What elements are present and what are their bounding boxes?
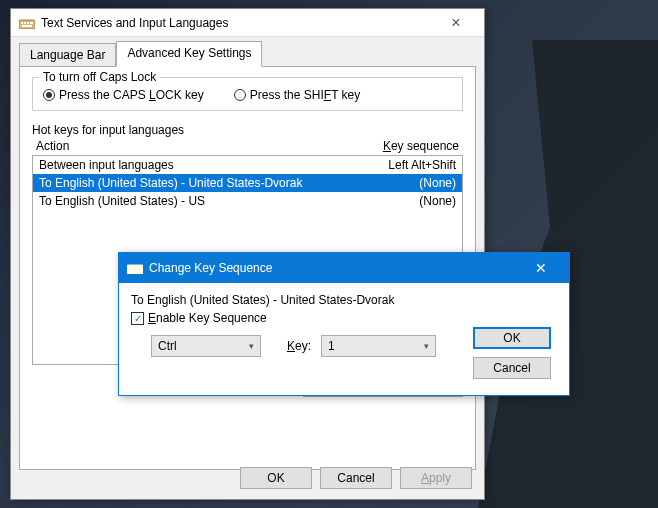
titlebar[interactable]: Text Services and Input Languages × [11,9,484,37]
list-item-key: Left Alt+Shift [346,158,456,172]
svg-rect-2 [24,22,26,24]
svg-rect-1 [21,22,23,24]
radio-shift-label: Press the SHIFT key [250,88,361,102]
svg-rect-11 [130,270,140,272]
key-combo-label: Key: [287,339,311,353]
tab-language-bar[interactable]: Language Bar [19,43,116,67]
radio-icon [234,89,246,101]
svg-rect-7 [129,267,131,269]
chevron-down-icon: ▾ [424,341,429,351]
radio-caps-lock[interactable]: Press the CAPS LOCK key [43,88,204,102]
svg-rect-0 [19,20,35,29]
header-action: Action [36,139,339,153]
modal-titlebar[interactable]: Change Key Sequence ✕ [119,253,569,283]
key-combo[interactable]: 1 ▾ [321,335,436,357]
list-item[interactable]: Between input languages Left Alt+Shift [33,156,462,174]
change-key-sequence-dialog: Change Key Sequence ✕ To English (United… [118,252,570,396]
svg-rect-10 [138,267,141,269]
modifier-value: Ctrl [158,339,177,353]
svg-rect-3 [27,22,29,24]
svg-rect-8 [132,267,134,269]
list-item-key: (None) [346,176,456,190]
close-icon[interactable]: ✕ [521,260,561,276]
enable-key-sequence-label: Enable Key Sequence [148,311,267,325]
tab-advanced-key-settings[interactable]: Advanced Key Settings [116,41,262,67]
list-item-action: Between input languages [39,158,346,172]
header-key-sequence: Key sequence [339,139,459,153]
modifier-combo[interactable]: Ctrl ▾ [151,335,261,357]
radio-caps-lock-label: Press the CAPS LOCK key [59,88,204,102]
window-title: Text Services and Input Languages [41,16,436,30]
list-item-action: To English (United States) - United Stat… [39,176,346,190]
list-item[interactable]: To English (United States) - US (None) [33,192,462,210]
radio-shift[interactable]: Press the SHIFT key [234,88,361,102]
svg-rect-6 [127,265,143,274]
dialog-buttons: OK Cancel Apply [240,467,472,489]
svg-rect-9 [135,267,137,269]
cancel-button[interactable]: Cancel [320,467,392,489]
keyboard-icon [19,15,35,31]
list-header: Action Key sequence [32,139,463,155]
modal-title: Change Key Sequence [149,261,521,275]
caps-lock-legend: To turn off Caps Lock [39,70,160,84]
ok-button[interactable]: OK [473,327,551,349]
caps-lock-group: To turn off Caps Lock Press the CAPS LOC… [32,77,463,111]
list-item-key: (None) [346,194,456,208]
cancel-button[interactable]: Cancel [473,357,551,379]
svg-rect-5 [22,25,32,27]
list-item[interactable]: To English (United States) - United Stat… [33,174,462,192]
apply-button: Apply [400,467,472,489]
list-item-action: To English (United States) - US [39,194,346,208]
svg-rect-4 [30,22,33,24]
ok-button[interactable]: OK [240,467,312,489]
hotkeys-label: Hot keys for input languages [32,123,463,137]
key-value: 1 [328,339,335,353]
close-icon[interactable]: × [436,14,476,32]
radio-icon [43,89,55,101]
enable-key-sequence-checkbox[interactable]: ✓ Enable Key Sequence [131,311,467,325]
checkbox-icon: ✓ [131,312,144,325]
modal-target-label: To English (United States) - United Stat… [131,293,467,307]
chevron-down-icon: ▾ [249,341,254,351]
tab-strip: Language Bar Advanced Key Settings [11,37,484,67]
keyboard-icon [127,260,143,276]
